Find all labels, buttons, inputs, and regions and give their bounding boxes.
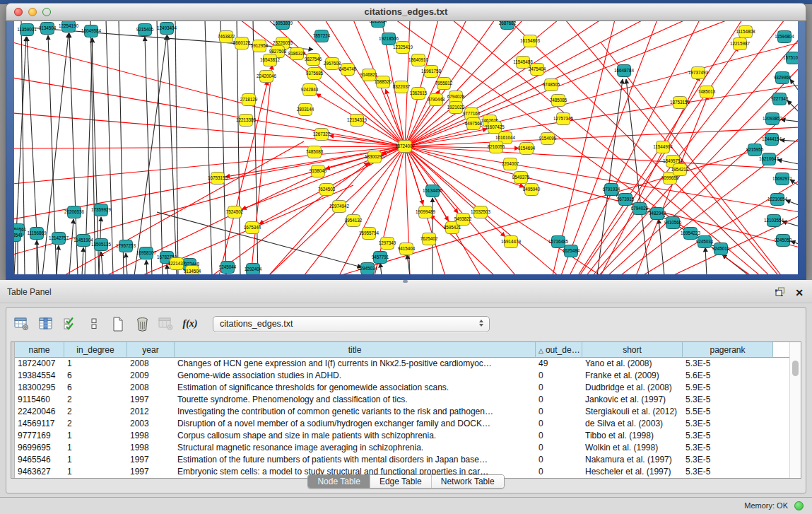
network-node[interactable]: 6791934 [603,184,620,196]
row-height-icon[interactable] [86,315,102,333]
network-node[interactable]: 11359001 [17,24,37,36]
network-node[interactable]: 11156869 [27,228,47,240]
network-node[interactable]: 2803144 [297,104,314,116]
column-visibility-icon[interactable] [37,315,54,333]
network-node[interactable]: 8322037 [393,81,411,93]
network-node[interactable]: 7485013 [698,86,716,98]
table-row[interactable]: 1830029562008Estimation of significance … [15,382,790,394]
network-node[interactable]: 9245052 [775,235,792,247]
close-traffic-light[interactable] [14,8,23,16]
network-node[interactable]: 9134504 [184,266,201,275]
network-node[interactable]: 17359929 [91,204,112,216]
table-panel-header[interactable]: Table Panel ✕ [0,283,812,303]
network-node[interactable]: 20206536 [64,206,85,218]
column-header-title[interactable]: title [175,342,536,358]
delete-column-icon[interactable] [134,315,151,333]
network-node[interactable]: 1625484 [563,245,580,257]
close-panel-icon[interactable]: ✕ [795,287,804,298]
import-table-icon[interactable] [158,315,175,333]
network-node[interactable]: 7485083 [306,146,324,158]
network-node[interactable]: 2687682 [499,21,517,30]
select-columns-icon[interactable] [61,315,78,333]
network-node[interactable]: 8495940 [523,184,541,196]
table-row[interactable]: 946554611997Estimation of the future num… [15,454,790,466]
network-node[interactable]: 9457791 [372,252,389,264]
network-view-window[interactable]: citations_edges.txt 18724007113590019134… [6,3,806,280]
network-node[interactable]: 2718129 [240,94,258,106]
network-node[interactable]: 8186328 [288,48,306,60]
network-node[interactable]: 9748505 [543,79,560,91]
table-vertical-scrollbar[interactable] [789,342,801,478]
network-node[interactable]: 11594804 [775,31,794,43]
network-node[interactable]: 8660128 [233,37,251,49]
network-node[interactable]: 1297349 [379,238,396,250]
network-node[interactable]: 12210654 [767,194,788,206]
table-row[interactable]: 911546021997Tourette syndrome. Phenomeno… [15,394,790,406]
network-node[interactable]: 8954132 [345,215,363,227]
network-node[interactable]: 16210643 [759,153,779,165]
table-row[interactable]: 1938455462009Genome-wide association stu… [15,370,790,382]
network-node[interactable]: 16955794 [359,228,379,240]
network-node[interactable]: 1362615 [410,88,428,100]
column-header-pagerank[interactable]: pagerank [683,342,773,358]
network-node[interactable]: 9245012 [712,243,730,255]
network-node[interactable]: 12325419 [393,42,413,54]
network-node[interactable]: 1675344 [244,222,261,234]
network-node[interactable]: 12093852 [763,113,783,125]
network-window-titlebar[interactable]: citations_edges.txt [6,3,806,21]
network-node[interactable]: 9134504 [39,23,57,35]
network-table-selector[interactable]: citations_edges.txt [213,316,490,332]
network-node[interactable]: 2204007 [502,158,519,170]
network-node[interactable]: 5912954 [251,40,269,52]
network-node[interactable]: 1954213 [671,164,689,176]
network-node[interactable]: 9227343 [771,93,789,105]
table-row[interactable]: 969969511998Structural magnetic resonanc… [15,442,790,454]
column-header-year[interactable]: year [127,342,175,358]
network-node[interactable]: 9673915 [617,194,635,206]
network-node[interactable]: 17957253 [116,240,136,252]
table-row[interactable]: 1872400712008Changes of HCN gene express… [15,358,790,370]
table-row[interactable]: 977716911998Corpus callosum shape and si… [15,430,790,442]
network-node[interactable]: 9329966 [774,72,792,84]
network-node[interactable]: 9410566 [664,217,682,229]
new-column-icon[interactable] [110,315,126,333]
node-table[interactable]: namein_degreeyeartitle△out_de…shortpager… [11,341,801,479]
network-node[interactable]: 12757345 [553,113,574,125]
column-header-name[interactable]: name [15,342,64,358]
network-node[interactable]: 9242843 [301,84,319,96]
network-node[interactable]: 12154319 [347,115,367,127]
network-node[interactable]: 7524502 [226,206,244,218]
column-header-out_de[interactable]: △out_de… [536,342,582,358]
network-node[interactable]: 1588520 [375,76,392,88]
network-node[interactable]: 6497568 [465,118,483,130]
column-header-short[interactable]: short [582,342,683,358]
network-node[interactable]: 9827546 [305,54,322,66]
network-node[interactable]: 7625402 [420,233,438,245]
network-node[interactable]: 12254190 [59,21,79,33]
network-node[interactable]: 7624503 [318,184,336,196]
network-node[interactable]: 7955812 [435,78,453,90]
network-node[interactable]: 12945034 [358,263,378,275]
network-node[interactable]: 16914479 [501,236,522,248]
network-node[interactable]: 19218506 [379,33,399,45]
network-node[interactable]: 9482942 [649,208,666,220]
network-node[interactable]: 15692971 [772,173,793,185]
network-node[interactable]: 9158049 [310,165,327,177]
network-node[interactable]: 9215405 [136,24,154,36]
network-node[interactable]: 12444154 [762,134,782,146]
network-node[interactable]: 11154808 [736,26,755,38]
network-node[interactable]: 18640910 [408,54,429,66]
network-node[interactable]: 1292404 [245,264,262,275]
network-node[interactable]: 16753155 [208,173,228,185]
network-node[interactable]: 15751074 [783,52,798,64]
network-node[interactable]: 9415404 [398,243,416,255]
network-node[interactable]: 12215987 [730,38,751,50]
network-node[interactable]: 9245044 [219,262,237,274]
network-node[interactable]: 16958107 [136,247,157,259]
network-node[interactable]: 16648784 [614,65,635,77]
column-header-in_degree[interactable]: in_degree [64,342,127,358]
network-node[interactable]: 8215955 [746,144,764,156]
network-node[interactable]: 13505135 [91,239,112,251]
function-builder-icon[interactable]: f(x) [182,315,199,333]
network-node[interactable]: 7485085 [550,95,567,107]
